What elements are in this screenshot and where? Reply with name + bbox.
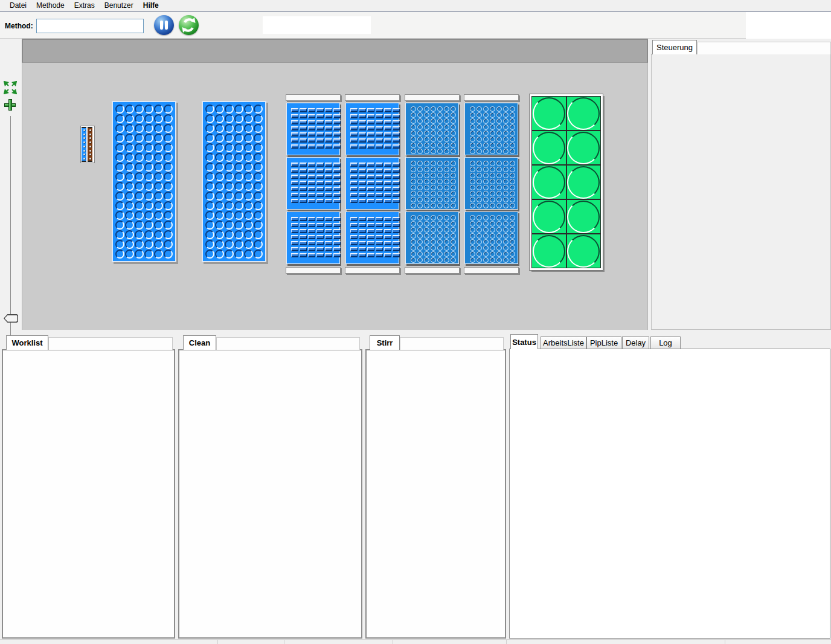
well	[490, 215, 495, 221]
tip-slot	[359, 217, 366, 221]
well	[476, 185, 482, 190]
tip-rack-3[interactable]	[286, 211, 340, 264]
well	[496, 112, 502, 118]
well	[417, 167, 423, 172]
well	[451, 197, 456, 202]
pause-button[interactable]	[154, 15, 174, 35]
status-tab-arbeitsliste[interactable]: ArbeitsListe	[541, 336, 586, 349]
menu-item-methode[interactable]: Methode	[31, 1, 69, 11]
well	[437, 143, 443, 148]
tip-rack-1[interactable]	[345, 103, 399, 155]
tip-slot	[300, 163, 307, 167]
carrier-tips-1[interactable]	[286, 94, 342, 274]
well	[490, 149, 495, 154]
well	[154, 172, 163, 181]
well-plate-1[interactable]	[405, 103, 459, 155]
tip-slot	[308, 217, 315, 221]
carrier-plates-1[interactable]	[405, 94, 461, 274]
well-plate-3[interactable]	[405, 211, 459, 264]
well	[424, 118, 429, 124]
menu-item-benutzer[interactable]: Benutzer	[100, 1, 138, 11]
well	[490, 137, 495, 142]
well	[144, 240, 153, 249]
carrier-plates-2[interactable]	[464, 94, 520, 274]
well	[215, 230, 224, 239]
trough-cell	[532, 131, 566, 164]
well	[490, 203, 495, 208]
clean-tabstrip	[216, 337, 360, 350]
refresh-button[interactable]	[179, 15, 199, 35]
well	[417, 143, 423, 148]
well	[510, 185, 515, 190]
microplate-96-2[interactable]	[202, 101, 266, 262]
tip-rack-3[interactable]	[345, 211, 399, 264]
tip-slot	[308, 120, 315, 124]
well	[490, 130, 495, 136]
well	[205, 105, 214, 114]
well	[431, 167, 436, 172]
tip-slot	[384, 108, 391, 112]
zoom-in-icon[interactable]	[4, 99, 16, 111]
well	[470, 124, 475, 130]
well	[437, 118, 443, 124]
trough-rack[interactable]	[530, 94, 603, 270]
well	[215, 153, 224, 162]
trough-bottle	[533, 235, 565, 268]
well	[431, 197, 436, 202]
well-plate-3[interactable]	[464, 211, 518, 264]
well-plate-1[interactable]	[464, 103, 518, 155]
tip-rack-1[interactable]	[286, 103, 340, 155]
tip-rack-2[interactable]	[345, 157, 399, 210]
well-plate-2[interactable]	[405, 157, 459, 210]
well-plate-2[interactable]	[464, 157, 518, 210]
well	[424, 185, 429, 190]
tip-slot	[376, 175, 383, 179]
tip-slot	[359, 223, 366, 227]
well	[496, 239, 502, 245]
well	[503, 106, 509, 112]
menu-item-hilfe[interactable]: Hilfe	[138, 1, 164, 11]
worklist-tabstrip	[48, 337, 173, 350]
status-bar-divider	[284, 640, 284, 644]
well	[483, 106, 489, 112]
well	[444, 112, 449, 118]
status-tab-log[interactable]: Log	[650, 336, 681, 349]
well	[483, 112, 489, 118]
method-input[interactable]	[36, 19, 144, 33]
tip-rack-2[interactable]	[286, 157, 340, 210]
tip-slot	[291, 241, 298, 245]
menu-item-extras[interactable]: Extras	[69, 1, 100, 11]
well	[164, 182, 173, 191]
tip-slot	[308, 138, 315, 143]
tip-slot	[308, 126, 315, 130]
tip-slot	[316, 217, 324, 221]
status-tab-pipliste[interactable]: PipListe	[586, 336, 621, 349]
tip-slot	[325, 126, 332, 130]
carrier-tips-2[interactable]	[345, 94, 401, 274]
well	[476, 118, 482, 124]
well	[483, 251, 489, 257]
tube-strip-rack[interactable]	[80, 126, 95, 163]
well	[476, 149, 482, 154]
well	[215, 211, 224, 220]
status-tab-delay[interactable]: Delay	[622, 336, 649, 349]
tip-slot	[393, 120, 400, 124]
well	[476, 130, 482, 136]
tip-slot	[393, 217, 400, 221]
well	[125, 153, 134, 162]
menu-item-datei[interactable]: Datei	[5, 1, 31, 11]
well	[503, 185, 509, 190]
microplate-96-1[interactable]	[112, 101, 176, 262]
tip-slot	[359, 163, 366, 167]
zoom-slider-thumb[interactable]	[4, 314, 18, 323]
status-tab-status[interactable]: Status	[510, 334, 538, 349]
well	[476, 161, 482, 166]
carrier-rail-bottom	[345, 267, 400, 274]
tip-slot	[367, 187, 374, 191]
well	[510, 149, 515, 154]
well	[476, 257, 482, 263]
fit-view-icon[interactable]	[4, 81, 17, 94]
well	[490, 245, 495, 251]
well	[424, 251, 429, 257]
well	[470, 215, 475, 221]
